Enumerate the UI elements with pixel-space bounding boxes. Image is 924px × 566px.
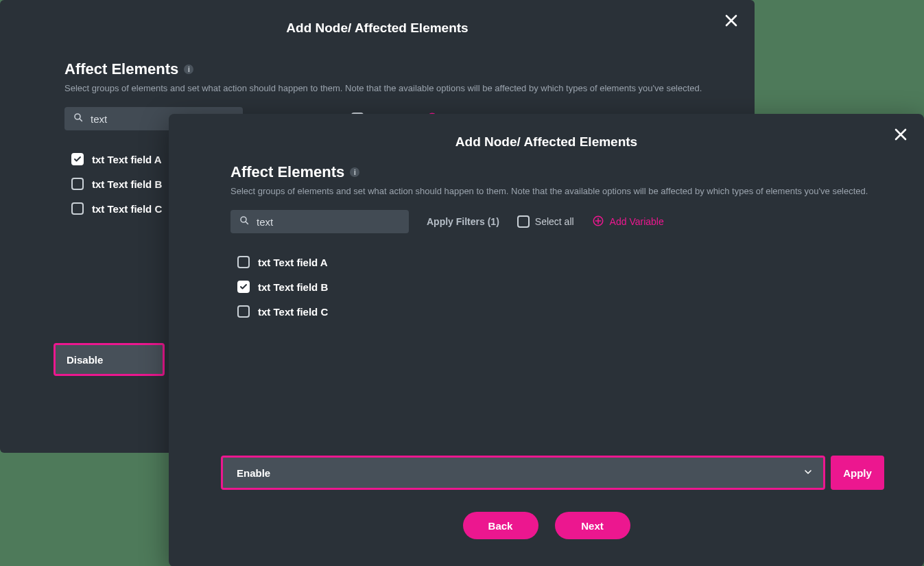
modal-title: Add Node/ Affected Elements: [0, 0, 755, 36]
close-icon: [892, 133, 909, 145]
action-select-value: Disable: [67, 354, 103, 366]
search-input[interactable]: [257, 216, 401, 228]
element-item[interactable]: txt Text field A: [237, 250, 924, 274]
select-all-label: Select all: [535, 216, 574, 227]
element-label: txt Text field C: [258, 306, 328, 318]
info-icon[interactable]: i: [184, 64, 193, 74]
section-title: Affect Elements i: [230, 163, 359, 181]
close-button[interactable]: [723, 12, 739, 29]
close-button[interactable]: [892, 126, 909, 143]
action-select[interactable]: Enable: [221, 456, 825, 490]
element-checkbox[interactable]: [71, 202, 84, 215]
element-label: txt Text field A: [92, 154, 162, 165]
close-icon: [723, 19, 739, 31]
apply-filters-link[interactable]: Apply Filters (1): [427, 216, 499, 227]
back-button[interactable]: Back: [463, 512, 538, 539]
plus-circle-icon: [592, 215, 604, 229]
info-icon[interactable]: i: [350, 167, 359, 177]
search-icon: [239, 215, 250, 228]
add-variable-button[interactable]: Add Variable: [592, 215, 664, 229]
chevron-down-icon: [803, 467, 814, 480]
search-icon: [73, 112, 84, 126]
element-label: txt Text field B: [92, 178, 162, 190]
element-checkbox[interactable]: [71, 153, 84, 165]
section-title: Affect Elements i: [64, 60, 193, 78]
modal-title: Add Node/ Affected Elements: [169, 114, 924, 150]
section-description: Select groups of elements and set what a…: [0, 78, 755, 95]
action-select-value: Enable: [237, 467, 270, 479]
next-button[interactable]: Next: [555, 512, 630, 539]
element-checkbox[interactable]: [237, 305, 250, 318]
search-input-wrap[interactable]: [230, 210, 409, 233]
elements-list: txt Text field A txt Text field B txt Te…: [169, 233, 924, 324]
element-item[interactable]: txt Text field C: [237, 299, 924, 324]
select-all-checkbox[interactable]: [517, 215, 530, 228]
section-description: Select groups of elements and set what a…: [169, 181, 924, 198]
element-label: txt Text field C: [92, 203, 162, 215]
element-checkbox[interactable]: [237, 256, 250, 268]
element-checkbox[interactable]: [237, 281, 250, 293]
modal-affected-elements-front: Add Node/ Affected Elements Affect Eleme…: [169, 114, 924, 566]
action-select[interactable]: Disable: [54, 343, 165, 376]
apply-button[interactable]: Apply: [831, 456, 884, 490]
element-checkbox[interactable]: [71, 178, 84, 190]
element-label: txt Text field A: [258, 257, 328, 268]
element-item[interactable]: txt Text field B: [237, 274, 924, 299]
element-label: txt Text field B: [258, 281, 328, 293]
